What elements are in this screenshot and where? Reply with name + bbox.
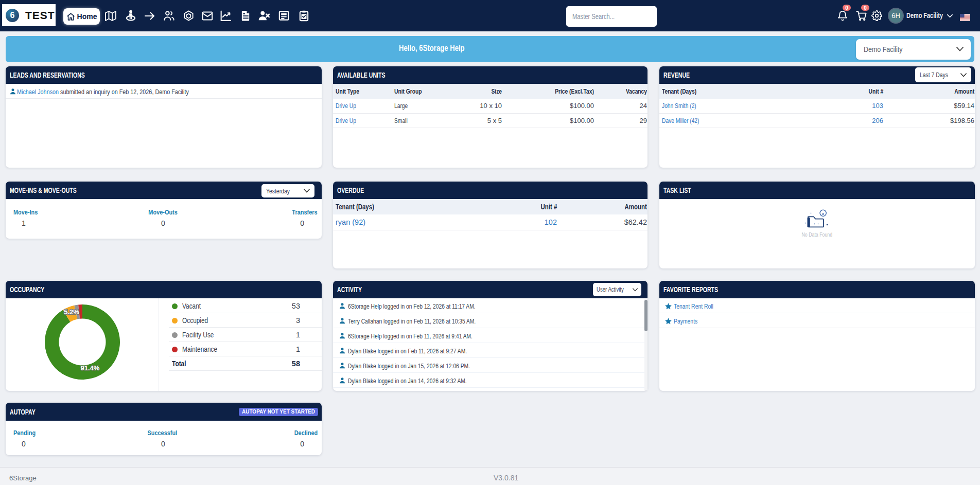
- svg-text:91.4%: 91.4%: [81, 364, 100, 372]
- svg-text:a: a: [822, 211, 825, 216]
- svg-text:5.2%: 5.2%: [64, 308, 79, 316]
